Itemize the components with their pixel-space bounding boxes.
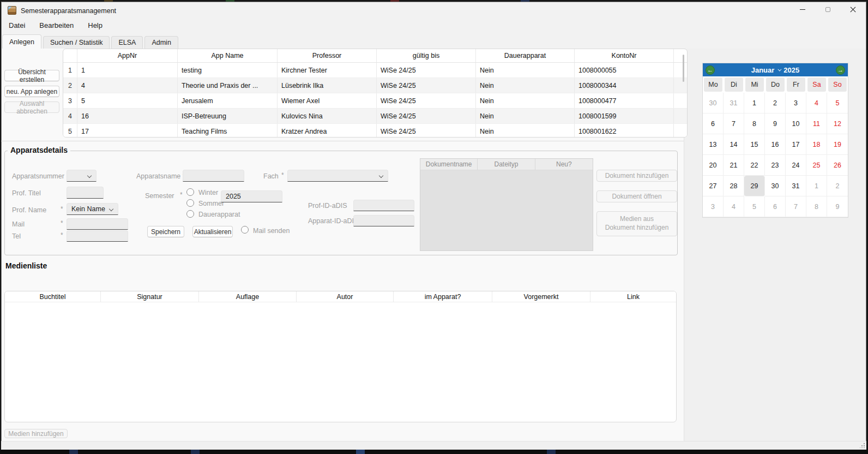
calendar-day[interactable]: 30 [765,176,786,196]
dauerapparat-radio[interactable] [186,210,194,218]
calendar-day[interactable]: 26 [827,155,848,176]
calendar-next-button[interactable]: → [836,65,845,75]
calendar-day[interactable]: 7 [786,196,806,217]
calendar-day[interactable]: 7 [724,113,744,134]
calendar-day[interactable]: 8 [744,113,765,134]
sommer-radio[interactable] [186,199,194,207]
calendar-day[interactable]: 3 [703,196,724,217]
dokument-oeffnen-button[interactable]: Dokument öffnen [596,190,677,202]
fach-select[interactable] [287,170,388,182]
calendar-day[interactable]: 24 [786,155,806,176]
column-header-appnr[interactable]: AppNr [77,49,178,62]
calendar-day[interactable]: 11 [806,113,827,134]
prof-titel-field[interactable] [67,187,104,199]
column-header-gueltig-bis[interactable]: gültig bis [377,49,476,62]
mail-senden-checkbox[interactable] [241,226,249,234]
uebersicht-erstellen-button[interactable]: Übersicht erstellen [4,70,59,81]
calendar-day[interactable]: 4 [806,93,827,113]
tab-elsa[interactable]: ELSA [111,36,143,49]
calendar-day[interactable]: 1 [744,93,765,113]
calendar-day[interactable]: 14 [724,134,744,155]
column-header-dauerapparat[interactable]: Dauerapparat [476,49,575,62]
apparatsnummer-select[interactable] [67,170,97,182]
calendar-day[interactable]: 19 [827,134,848,155]
column-header-signatur[interactable]: Signatur [101,291,199,302]
column-header-link[interactable]: Link [590,291,676,302]
tab-suchen-statistik[interactable]: Suchen / Statistik [43,36,110,49]
prof-id-adis-field[interactable] [353,200,414,211]
calendar-day[interactable]: 6 [765,196,786,217]
calendar-day[interactable]: 13 [703,134,724,155]
calendar-day[interactable]: 28 [724,176,744,196]
column-header-neu[interactable]: Neu? [535,159,593,170]
maximize-button[interactable] [815,2,840,17]
calendar-day[interactable]: 21 [724,155,744,176]
apparatsname-field[interactable] [183,170,244,182]
calendar-day[interactable]: 22 [744,155,765,176]
column-header-rownum[interactable] [63,49,77,62]
menu-bearbeiten[interactable]: Bearbeiten [39,21,74,29]
calendar-day[interactable]: 20 [703,155,724,176]
calendar-day[interactable]: 23 [765,155,786,176]
table-row[interactable]: 416ISP-BetreuungKulovics NinaWiSe 24/25N… [63,109,687,124]
semester-year-field[interactable]: 2025 [221,190,282,202]
resize-grip-icon[interactable] [860,443,865,448]
minimize-button[interactable] [790,2,815,17]
speichern-button[interactable]: Speichern [147,226,184,237]
calendar-day[interactable]: 2 [765,93,786,113]
calendar-day[interactable]: 18 [806,134,827,155]
prof-name-select[interactable]: Kein Name [67,203,118,215]
calendar-day[interactable]: 5 [744,196,765,217]
calendar-day[interactable]: 25 [806,155,827,176]
column-header-dateityp[interactable]: Dateityp [478,159,535,170]
calendar-title[interactable]: Januar2025 [751,66,800,74]
apparat-id-adis-field[interactable] [353,215,414,226]
column-header-auflage[interactable]: Auflage [199,291,297,302]
calendar-day[interactable]: 6 [703,113,724,134]
tab-admin[interactable]: Admin [144,36,178,49]
calendar-day[interactable]: 30 [703,93,724,113]
calendar-day[interactable]: 5 [827,93,848,113]
column-header-dokumentname[interactable]: Dokumentname [420,159,478,170]
column-header-buchtitel[interactable]: Buchtitel [5,291,101,302]
calendar-day[interactable]: 4 [724,196,744,217]
neu-app-anlegen-button[interactable]: neu. App anlegen [4,86,59,97]
aktualisieren-button[interactable]: Aktualisieren [192,226,233,237]
table-row[interactable]: 11testingKirchner TesterWiSe 24/25Nein10… [63,63,687,78]
calendar-day[interactable]: 2 [827,176,848,196]
table-scrollbar[interactable] [683,55,684,82]
dokument-hinzufuegen-button[interactable]: Dokument hinzufügen [596,170,677,182]
calendar-day[interactable]: 12 [827,113,848,134]
table-row[interactable]: 35JerusalemWiemer AxelWiSe 24/25Nein1008… [63,93,687,109]
medien-aus-dokument-button[interactable]: Medien aus Dokument hinzufügen [596,211,677,236]
column-header-autor[interactable]: Autor [297,291,394,302]
table-row[interactable]: 24Theorie und Praxis der ...Lüsebrink Il… [63,78,687,93]
auswahl-abbrechen-button[interactable]: Auswahl abbrechen [4,101,59,113]
table-row[interactable]: 517Teaching FilmsKratzer AndreaWiSe 24/2… [63,124,687,138]
calendar-day[interactable]: 8 [806,196,827,217]
calendar-prev-button[interactable]: ← [706,65,715,75]
column-header-professor[interactable]: Professor [278,49,377,62]
calendar-day[interactable]: 31 [724,93,744,113]
calendar-day[interactable]: 31 [786,176,806,196]
calendar-day[interactable]: 1 [806,176,827,196]
menu-datei[interactable]: Datei [9,21,25,29]
column-header-im-apparat[interactable]: im Apparat? [394,291,492,302]
column-header-vorgemerkt[interactable]: Vorgemerkt [492,291,590,302]
column-header-appname[interactable]: App Name [178,49,278,62]
calendar-day[interactable]: 15 [744,134,765,155]
calendar-day[interactable]: 9 [827,196,848,217]
calendar-day[interactable]: 16 [765,134,786,155]
calendar-day[interactable]: 3 [786,93,806,113]
tab-anlegen[interactable]: Anlegen [2,34,41,49]
calendar-day[interactable]: 17 [786,134,806,155]
calendar-day[interactable]: 10 [786,113,806,134]
winter-radio[interactable] [186,188,194,196]
menu-help[interactable]: Help [88,21,103,29]
tel-field[interactable] [67,230,128,242]
mail-field[interactable] [67,218,128,230]
calendar-day[interactable]: 9 [765,113,786,134]
column-header-kontonr[interactable]: KontoNr [575,49,674,62]
calendar-day[interactable]: 27 [703,176,724,196]
medien-hinzufuegen-button[interactable]: Medien hinzufügen [4,429,68,438]
